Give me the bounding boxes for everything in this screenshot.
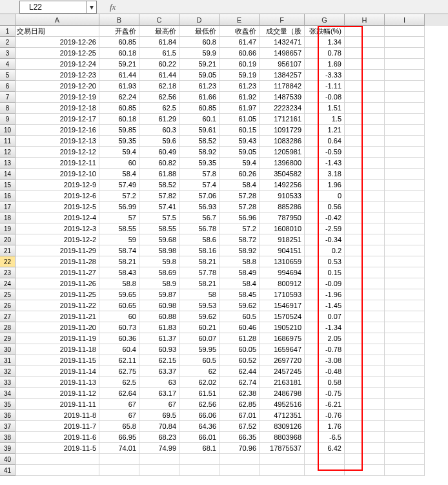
cell[interactable]: [345, 70, 385, 81]
cell[interactable]: 59.85: [99, 125, 139, 136]
cell[interactable]: 59.9: [179, 48, 219, 59]
cell[interactable]: -1.11: [305, 81, 345, 92]
cell[interactable]: 2019-11-28: [15, 256, 99, 267]
cell[interactable]: 61.97: [219, 103, 260, 114]
cell[interactable]: 4712351: [260, 410, 305, 421]
row-num[interactable]: 5: [0, 70, 15, 81]
cell[interactable]: [385, 410, 425, 421]
cell[interactable]: -1.34: [305, 322, 345, 333]
cell[interactable]: [385, 366, 425, 377]
cell[interactable]: 64.36: [179, 421, 219, 432]
cell[interactable]: 61.37: [139, 333, 179, 344]
row-num[interactable]: 35: [0, 399, 15, 410]
cell[interactable]: -0.42: [305, 212, 345, 223]
cell[interactable]: 0: [305, 191, 345, 201]
cell[interactable]: [219, 454, 260, 465]
cell[interactable]: 58.92: [219, 245, 260, 256]
cell[interactable]: 1608010: [260, 223, 305, 234]
cell[interactable]: 67.52: [219, 421, 260, 432]
cell[interactable]: 57.2: [219, 223, 260, 234]
cell[interactable]: 59.35: [179, 158, 219, 169]
cell[interactable]: 0.78: [305, 48, 345, 59]
cell[interactable]: [385, 465, 425, 476]
cell[interactable]: 62.15: [139, 355, 179, 366]
cell[interactable]: 58.4: [219, 278, 260, 289]
row-num[interactable]: 34: [0, 388, 15, 399]
row-num[interactable]: 6: [0, 81, 15, 92]
cell[interactable]: 1.34: [305, 37, 345, 48]
cell[interactable]: [385, 355, 425, 366]
cell[interactable]: [385, 421, 425, 432]
cell[interactable]: 60.21: [179, 322, 219, 333]
cell[interactable]: -0.59: [305, 147, 345, 158]
cell[interactable]: -3.33: [305, 70, 345, 81]
cell[interactable]: 60.18: [99, 114, 139, 125]
cell[interactable]: 58.6: [179, 234, 219, 245]
cell[interactable]: [385, 344, 425, 355]
cell[interactable]: 62.85: [219, 399, 260, 410]
row-num[interactable]: 19: [0, 223, 15, 234]
cell[interactable]: 59.6: [139, 136, 179, 147]
cell[interactable]: 60: [99, 158, 139, 169]
cell[interactable]: -3.08: [305, 355, 345, 366]
cell[interactable]: 60.85: [99, 103, 139, 114]
cell[interactable]: -1.45: [305, 300, 345, 311]
cell[interactable]: 60.19: [219, 59, 260, 70]
cell[interactable]: 0.07: [305, 311, 345, 322]
cell[interactable]: [139, 454, 179, 465]
cell[interactable]: 59.8: [139, 256, 179, 267]
cell[interactable]: 60.05: [219, 344, 260, 355]
cell[interactable]: 57.28: [219, 201, 260, 212]
cell[interactable]: 57.8: [179, 169, 219, 180]
cell[interactable]: 2019-12-12: [15, 147, 99, 158]
cell[interactable]: 60.07: [179, 333, 219, 344]
row-num[interactable]: 26: [0, 300, 15, 311]
cell[interactable]: 0.2: [305, 245, 345, 256]
row-num[interactable]: 23: [0, 267, 15, 278]
col-G[interactable]: G: [305, 14, 345, 26]
row-num[interactable]: 14: [0, 169, 15, 180]
cell[interactable]: 0.15: [305, 267, 345, 278]
cell[interactable]: 60.46: [219, 322, 260, 333]
cell[interactable]: 62: [179, 366, 219, 377]
cell[interactable]: [179, 454, 219, 465]
cell[interactable]: 2019-12-3: [15, 223, 99, 234]
cell[interactable]: 59.19: [219, 70, 260, 81]
cell[interactable]: 2019-12-16: [15, 125, 99, 136]
cell[interactable]: 2019-12-2: [15, 234, 99, 245]
row-num[interactable]: 7: [0, 92, 15, 103]
cell[interactable]: [385, 201, 425, 212]
cell[interactable]: [385, 256, 425, 267]
cell[interactable]: 1546917: [260, 300, 305, 311]
col-I[interactable]: I: [385, 14, 425, 26]
cell[interactable]: 2019-12-26: [15, 37, 99, 48]
cell[interactable]: 2.05: [305, 333, 345, 344]
cell[interactable]: [345, 432, 385, 443]
cell[interactable]: 63: [139, 377, 179, 388]
cell[interactable]: [385, 81, 425, 92]
cell[interactable]: 918251: [260, 234, 305, 245]
cell[interactable]: [385, 92, 425, 103]
cell[interactable]: 2019-12-25: [15, 48, 99, 59]
cell[interactable]: 2019-12-5: [15, 201, 99, 212]
cell[interactable]: -0.34: [305, 234, 345, 245]
cell[interactable]: 68.1: [179, 443, 219, 454]
cell[interactable]: [345, 191, 385, 201]
cell[interactable]: 2019-12-18: [15, 103, 99, 114]
row-num[interactable]: 36: [0, 410, 15, 421]
cell[interactable]: [345, 201, 385, 212]
cell[interactable]: 61.29: [139, 114, 179, 125]
row-num[interactable]: 12: [0, 147, 15, 158]
cell[interactable]: 57.4: [179, 180, 219, 191]
cell[interactable]: 1710593: [260, 289, 305, 300]
cell[interactable]: 58.43: [99, 267, 139, 278]
cell[interactable]: 57.78: [179, 267, 219, 278]
cell[interactable]: 2019-11-19: [15, 333, 99, 344]
cell[interactable]: 885286: [260, 201, 305, 212]
cell[interactable]: 1659647: [260, 344, 305, 355]
cell[interactable]: 4952516: [260, 399, 305, 410]
cell[interactable]: [260, 454, 305, 465]
cell[interactable]: 60.85: [99, 37, 139, 48]
col-C[interactable]: C: [139, 14, 179, 26]
cell[interactable]: 2019-11-6: [15, 432, 99, 443]
